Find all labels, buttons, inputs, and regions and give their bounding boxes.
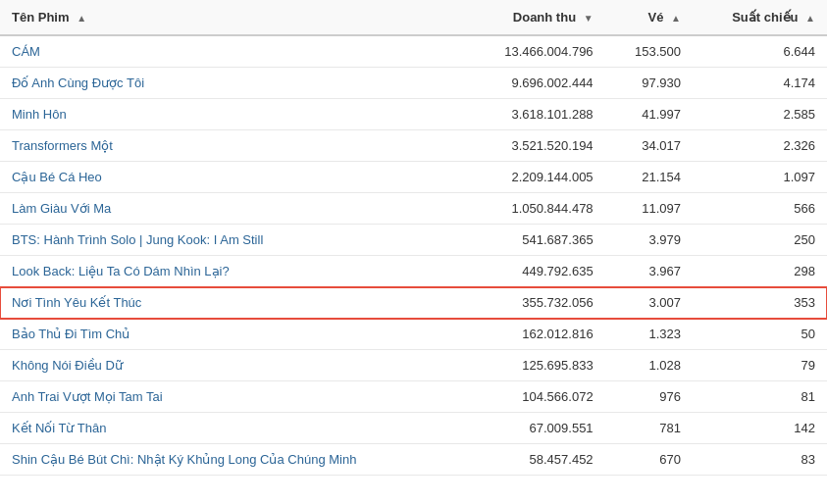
cell-doanh-thu: 355.732.056 — [464, 287, 605, 319]
movie-link[interactable]: Nơi Tình Yêu Kết Thúc — [12, 295, 141, 310]
movie-table-container: Tên Phim ▲ Doanh thu ▼ Vé ▲ Suất chiếu ▲… — [0, 0, 827, 476]
cell-ten-phim: Anh Trai Vượt Mọi Tam Tai — [0, 381, 464, 413]
cell-doanh-thu: 104.566.072 — [464, 381, 605, 413]
cell-ten-phim: Minh Hôn — [0, 99, 464, 130]
col-header-ten-phim[interactable]: Tên Phim ▲ — [0, 0, 464, 35]
cell-ve: 153.500 — [605, 35, 693, 68]
cell-suat-chieu: 353 — [693, 287, 827, 319]
cell-ten-phim: Nơi Tình Yêu Kết Thúc — [0, 287, 464, 319]
cell-ve: 1.028 — [605, 350, 693, 381]
cell-ten-phim: Cậu Bé Cá Heo — [0, 162, 464, 193]
col-label-ve: Vé — [648, 10, 664, 25]
cell-ve: 3.007 — [605, 287, 693, 319]
table-row[interactable]: CÁM13.466.004.796153.5006.644 — [0, 35, 827, 68]
sort-icon-suat-chieu: ▲ — [805, 13, 815, 24]
movie-table: Tên Phim ▲ Doanh thu ▼ Vé ▲ Suất chiếu ▲… — [0, 0, 827, 476]
cell-ten-phim: Làm Giàu Với Ma — [0, 193, 464, 225]
cell-ten-phim: Kết Nối Từ Thân — [0, 413, 464, 444]
cell-suat-chieu: 4.174 — [693, 68, 827, 99]
movie-link[interactable]: Look Back: Liệu Ta Có Dám Nhìn Lại? — [12, 264, 230, 278]
cell-suat-chieu: 250 — [693, 225, 827, 256]
cell-ve: 781 — [605, 413, 693, 444]
cell-suat-chieu: 81 — [693, 381, 827, 413]
cell-ve: 41.997 — [605, 99, 693, 130]
movie-link[interactable]: Đố Anh Cùng Được Tôi — [12, 76, 144, 90]
cell-ten-phim: CÁM — [0, 35, 464, 68]
movie-link[interactable]: CÁM — [12, 44, 40, 59]
col-header-doanh-thu[interactable]: Doanh thu ▼ — [464, 0, 605, 35]
cell-suat-chieu: 79 — [693, 350, 827, 381]
cell-suat-chieu: 142 — [693, 413, 827, 444]
table-row[interactable]: Nơi Tình Yêu Kết Thúc355.732.0563.007353 — [0, 287, 827, 319]
col-header-suat-chieu[interactable]: Suất chiếu ▲ — [693, 0, 827, 35]
cell-ten-phim: BTS: Hành Trình Solo | Jung Kook: I Am S… — [0, 225, 464, 256]
col-label-ten-phim: Tên Phim — [12, 10, 70, 25]
table-row[interactable]: Đố Anh Cùng Được Tôi9.696.002.44497.9304… — [0, 68, 827, 99]
col-label-suat-chieu: Suất chiếu — [732, 10, 798, 25]
cell-ve: 1.323 — [605, 319, 693, 350]
cell-doanh-thu: 13.466.004.796 — [464, 35, 605, 68]
cell-ve: 3.967 — [605, 256, 693, 287]
cell-doanh-thu: 67.009.551 — [464, 413, 605, 444]
cell-suat-chieu: 566 — [693, 193, 827, 225]
movie-link[interactable]: Bảo Thủ Đi Tìm Chủ — [12, 327, 129, 341]
cell-doanh-thu: 3.521.520.194 — [464, 130, 605, 162]
cell-ve: 3.979 — [605, 225, 693, 256]
table-row[interactable]: Kết Nối Từ Thân67.009.551781142 — [0, 413, 827, 444]
table-row[interactable]: Transformers Một3.521.520.19434.0172.326 — [0, 130, 827, 162]
cell-suat-chieu: 6.644 — [693, 35, 827, 68]
sort-icon-ten-phim: ▲ — [77, 13, 86, 24]
cell-ten-phim: Bảo Thủ Đi Tìm Chủ — [0, 319, 464, 350]
cell-suat-chieu: 2.326 — [693, 130, 827, 162]
col-label-doanh-thu: Doanh thu — [513, 10, 576, 25]
cell-doanh-thu: 58.457.452 — [464, 444, 605, 476]
cell-suat-chieu: 83 — [693, 444, 827, 476]
table-row[interactable]: Shin Cậu Bé Bút Chì: Nhật Ký Khủng Long … — [0, 444, 827, 476]
table-header-row: Tên Phim ▲ Doanh thu ▼ Vé ▲ Suất chiếu ▲ — [0, 0, 827, 35]
cell-ve: 670 — [605, 444, 693, 476]
cell-ten-phim: Đố Anh Cùng Được Tôi — [0, 68, 464, 99]
cell-doanh-thu: 541.687.365 — [464, 225, 605, 256]
table-row[interactable]: BTS: Hành Trình Solo | Jung Kook: I Am S… — [0, 225, 827, 256]
table-row[interactable]: Làm Giàu Với Ma1.050.844.47811.097566 — [0, 193, 827, 225]
cell-doanh-thu: 1.050.844.478 — [464, 193, 605, 225]
cell-suat-chieu: 1.097 — [693, 162, 827, 193]
cell-suat-chieu: 298 — [693, 256, 827, 287]
cell-ve: 34.017 — [605, 130, 693, 162]
movie-link[interactable]: Anh Trai Vượt Mọi Tam Tai — [12, 389, 163, 404]
movie-link[interactable]: Kết Nối Từ Thân — [12, 421, 107, 435]
cell-doanh-thu: 9.696.002.444 — [464, 68, 605, 99]
table-row[interactable]: Look Back: Liệu Ta Có Dám Nhìn Lại?449.7… — [0, 256, 827, 287]
cell-doanh-thu: 449.792.635 — [464, 256, 605, 287]
movie-link[interactable]: Shin Cậu Bé Bút Chì: Nhật Ký Khủng Long … — [12, 452, 356, 467]
cell-ten-phim: Không Nói Điều Dữ — [0, 350, 464, 381]
table-row[interactable]: Không Nói Điều Dữ125.695.8331.02879 — [0, 350, 827, 381]
table-row[interactable]: Anh Trai Vượt Mọi Tam Tai104.566.0729768… — [0, 381, 827, 413]
col-header-ve[interactable]: Vé ▲ — [605, 0, 693, 35]
table-row[interactable]: Minh Hôn3.618.101.28841.9972.585 — [0, 99, 827, 130]
movie-link[interactable]: Transformers Một — [12, 138, 113, 153]
cell-ten-phim: Transformers Một — [0, 130, 464, 162]
cell-ve: 21.154 — [605, 162, 693, 193]
sort-icon-doanh-thu: ▼ — [584, 13, 594, 24]
cell-suat-chieu: 50 — [693, 319, 827, 350]
movie-link[interactable]: Minh Hôn — [12, 107, 67, 122]
cell-suat-chieu: 2.585 — [693, 99, 827, 130]
cell-doanh-thu: 162.012.816 — [464, 319, 605, 350]
cell-doanh-thu: 125.695.833 — [464, 350, 605, 381]
cell-doanh-thu: 3.618.101.288 — [464, 99, 605, 130]
movie-link[interactable]: Cậu Bé Cá Heo — [12, 170, 102, 184]
movie-link[interactable]: BTS: Hành Trình Solo | Jung Kook: I Am S… — [12, 232, 263, 247]
movie-link[interactable]: Làm Giàu Với Ma — [12, 201, 111, 216]
cell-ten-phim: Look Back: Liệu Ta Có Dám Nhìn Lại? — [0, 256, 464, 287]
cell-ten-phim: Shin Cậu Bé Bút Chì: Nhật Ký Khủng Long … — [0, 444, 464, 476]
cell-ve: 976 — [605, 381, 693, 413]
table-row[interactable]: Bảo Thủ Đi Tìm Chủ162.012.8161.32350 — [0, 319, 827, 350]
movie-link[interactable]: Không Nói Điều Dữ — [12, 358, 123, 373]
cell-doanh-thu: 2.209.144.005 — [464, 162, 605, 193]
cell-ve: 11.097 — [605, 193, 693, 225]
sort-icon-ve: ▲ — [671, 13, 681, 24]
cell-ve: 97.930 — [605, 68, 693, 99]
table-row[interactable]: Cậu Bé Cá Heo2.209.144.00521.1541.097 — [0, 162, 827, 193]
